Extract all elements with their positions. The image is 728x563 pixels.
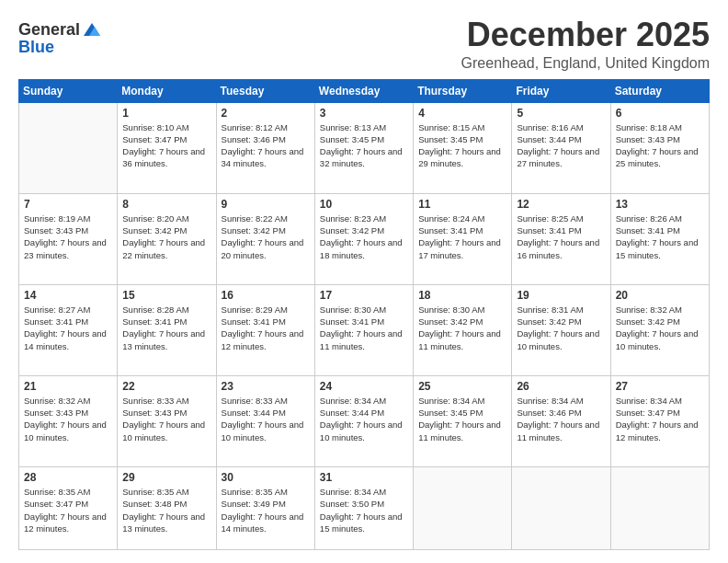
day-number: 10 [320,198,408,211]
day-number: 21 [24,380,112,393]
logo-icon [82,21,102,38]
day-info: Sunrise: 8:10 AMSunset: 3:47 PMDaylight:… [122,121,210,170]
day-info: Sunrise: 8:22 AMSunset: 3:42 PMDaylight:… [222,213,310,261]
table-row: 10Sunrise: 8:23 AMSunset: 3:42 PMDayligh… [314,193,413,284]
day-number: 6 [616,107,704,120]
day-number: 17 [320,289,408,302]
table-row: 12Sunrise: 8:25 AMSunset: 3:41 PMDayligh… [512,193,610,284]
logo-general: General [18,20,80,40]
day-info: Sunrise: 8:34 AMSunset: 3:45 PMDaylight:… [418,395,506,443]
table-row: 6Sunrise: 8:18 AMSunset: 3:43 PMDaylight… [610,102,709,193]
day-info: Sunrise: 8:18 AMSunset: 3:43 PMDaylight:… [616,121,704,170]
day-number: 2 [222,107,310,120]
calendar-week-row: 1Sunrise: 8:10 AMSunset: 3:47 PMDaylight… [19,102,710,193]
table-row: 5Sunrise: 8:16 AMSunset: 3:44 PMDaylight… [512,102,610,193]
table-row: 11Sunrise: 8:24 AMSunset: 3:41 PMDayligh… [414,193,512,284]
table-row: 22Sunrise: 8:33 AMSunset: 3:43 PMDayligh… [118,375,216,466]
table-row: 16Sunrise: 8:29 AMSunset: 3:41 PMDayligh… [216,284,314,375]
col-wednesday: Wednesday [314,79,413,102]
table-row [610,466,709,549]
col-thursday: Thursday [414,79,512,102]
day-info: Sunrise: 8:16 AMSunset: 3:44 PMDaylight:… [517,121,605,170]
day-number: 22 [122,380,210,393]
table-row: 20Sunrise: 8:32 AMSunset: 3:42 PMDayligh… [610,284,709,375]
col-saturday: Saturday [610,79,709,102]
day-info: Sunrise: 8:34 AMSunset: 3:50 PMDaylight:… [320,486,408,534]
day-number: 26 [517,380,605,393]
table-row [512,466,610,549]
day-number: 31 [320,471,408,484]
table-row: 26Sunrise: 8:34 AMSunset: 3:46 PMDayligh… [512,375,610,466]
table-row: 29Sunrise: 8:35 AMSunset: 3:48 PMDayligh… [118,466,216,549]
month-title: December 2025 [461,17,710,53]
subtitle: Greenhead, England, United Kingdom [461,55,710,72]
table-row: 4Sunrise: 8:15 AMSunset: 3:45 PMDaylight… [414,102,512,193]
calendar-week-row: 14Sunrise: 8:27 AMSunset: 3:41 PMDayligh… [19,284,710,375]
table-row: 7Sunrise: 8:19 AMSunset: 3:43 PMDaylight… [19,193,118,284]
table-row: 21Sunrise: 8:32 AMSunset: 3:43 PMDayligh… [19,375,118,466]
table-row: 30Sunrise: 8:35 AMSunset: 3:49 PMDayligh… [216,466,314,549]
day-info: Sunrise: 8:34 AMSunset: 3:44 PMDaylight:… [320,395,408,443]
day-info: Sunrise: 8:29 AMSunset: 3:41 PMDaylight:… [222,304,310,352]
day-number: 11 [418,198,506,211]
day-info: Sunrise: 8:35 AMSunset: 3:49 PMDaylight:… [222,486,310,534]
day-number: 14 [24,289,112,302]
header: General Blue December 2025 Greenhead, En… [18,17,710,72]
table-row: 9Sunrise: 8:22 AMSunset: 3:42 PMDaylight… [216,193,314,284]
day-info: Sunrise: 8:34 AMSunset: 3:46 PMDaylight:… [517,395,605,443]
day-number: 16 [222,289,310,302]
logo-blue: Blue [18,38,54,57]
calendar-week-row: 21Sunrise: 8:32 AMSunset: 3:43 PMDayligh… [19,375,710,466]
logo: General Blue [18,20,102,57]
table-row: 1Sunrise: 8:10 AMSunset: 3:47 PMDaylight… [118,102,216,193]
day-number: 15 [122,289,210,302]
table-row: 8Sunrise: 8:20 AMSunset: 3:42 PMDaylight… [118,193,216,284]
day-number: 5 [517,107,605,120]
table-row: 17Sunrise: 8:30 AMSunset: 3:41 PMDayligh… [314,284,413,375]
day-number: 9 [222,198,310,211]
calendar-table: Sunday Monday Tuesday Wednesday Thursday… [18,79,710,550]
day-number: 7 [24,198,112,211]
day-number: 24 [320,380,408,393]
day-info: Sunrise: 8:35 AMSunset: 3:47 PMDaylight:… [24,486,112,534]
day-info: Sunrise: 8:35 AMSunset: 3:48 PMDaylight:… [122,486,210,534]
day-info: Sunrise: 8:33 AMSunset: 3:43 PMDaylight:… [122,395,210,443]
day-number: 30 [222,471,310,484]
table-row: 28Sunrise: 8:35 AMSunset: 3:47 PMDayligh… [19,466,118,549]
col-sunday: Sunday [19,79,118,102]
day-info: Sunrise: 8:12 AMSunset: 3:46 PMDaylight:… [222,121,310,170]
day-info: Sunrise: 8:31 AMSunset: 3:42 PMDaylight:… [517,304,605,352]
day-number: 1 [122,107,210,120]
day-number: 13 [616,198,704,211]
day-number: 20 [616,289,704,302]
day-info: Sunrise: 8:24 AMSunset: 3:41 PMDaylight:… [418,213,506,261]
day-number: 29 [122,471,210,484]
table-row: 24Sunrise: 8:34 AMSunset: 3:44 PMDayligh… [314,375,413,466]
table-row: 13Sunrise: 8:26 AMSunset: 3:41 PMDayligh… [610,193,709,284]
table-row: 27Sunrise: 8:34 AMSunset: 3:47 PMDayligh… [610,375,709,466]
day-number: 3 [320,107,408,120]
col-tuesday: Tuesday [216,79,314,102]
day-info: Sunrise: 8:30 AMSunset: 3:42 PMDaylight:… [418,304,506,352]
day-info: Sunrise: 8:33 AMSunset: 3:44 PMDaylight:… [222,395,310,443]
table-row: 31Sunrise: 8:34 AMSunset: 3:50 PMDayligh… [314,466,413,549]
day-info: Sunrise: 8:34 AMSunset: 3:47 PMDaylight:… [616,395,704,443]
day-number: 12 [517,198,605,211]
day-info: Sunrise: 8:13 AMSunset: 3:45 PMDaylight:… [320,121,408,170]
table-row: 14Sunrise: 8:27 AMSunset: 3:41 PMDayligh… [19,284,118,375]
day-number: 19 [517,289,605,302]
table-row: 18Sunrise: 8:30 AMSunset: 3:42 PMDayligh… [414,284,512,375]
day-number: 28 [24,471,112,484]
day-info: Sunrise: 8:30 AMSunset: 3:41 PMDaylight:… [320,304,408,352]
day-info: Sunrise: 8:27 AMSunset: 3:41 PMDaylight:… [24,304,112,352]
table-row: 19Sunrise: 8:31 AMSunset: 3:42 PMDayligh… [512,284,610,375]
day-info: Sunrise: 8:15 AMSunset: 3:45 PMDaylight:… [418,121,506,170]
col-monday: Monday [118,79,216,102]
day-number: 25 [418,380,506,393]
table-row [414,466,512,549]
day-number: 8 [122,198,210,211]
day-info: Sunrise: 8:25 AMSunset: 3:41 PMDaylight:… [517,213,605,261]
day-info: Sunrise: 8:28 AMSunset: 3:41 PMDaylight:… [122,304,210,352]
page: General Blue December 2025 Greenhead, En… [0,0,728,563]
day-number: 27 [616,380,704,393]
